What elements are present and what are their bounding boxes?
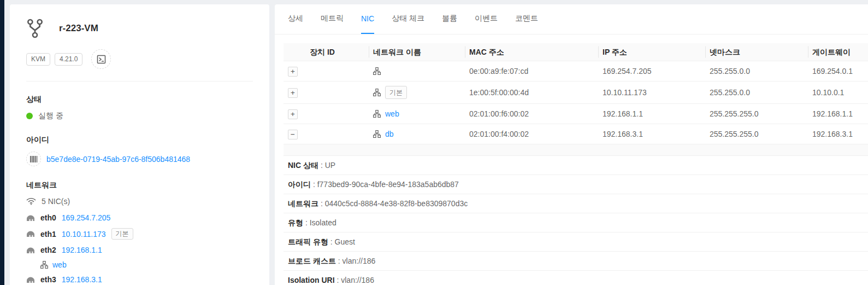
expanded-row-spacer <box>284 144 868 156</box>
wifi-icon <box>26 197 36 205</box>
nic-name: eth2 <box>40 246 56 254</box>
console-button[interactable] <box>91 49 111 69</box>
nic-name: eth0 <box>40 213 56 222</box>
cell-device-id <box>305 61 369 82</box>
detail-item: NIC 상태 : UP <box>284 156 868 175</box>
tab-nic[interactable]: NIC <box>361 4 374 34</box>
ethernet-port-icon <box>26 247 35 254</box>
ethernet-port-icon <box>26 230 35 237</box>
vm-header: r-223-VM <box>26 19 253 38</box>
nic-table-row: + 기본 1e:00:5f:00:00:4d 10.10.11.173 255.… <box>284 82 868 104</box>
network-section: 네트워크 5 NIC(s) eth0 169.254.7.205 <box>26 181 253 285</box>
nic-table-row: + web 02:01:00:f6:00:02 192.168.1.1 255.… <box>284 104 868 124</box>
nic-table-row: + 0e:00:a9:fe:07:cd 169.254.7.205 255.25… <box>284 61 868 82</box>
divider <box>26 81 253 82</box>
expand-row-button[interactable]: + <box>288 109 298 119</box>
expand-row-button[interactable]: + <box>288 67 298 77</box>
cell-gateway: 192.168.3.1 <box>808 124 868 144</box>
nic-table-row: − db 02:01:00:f4:00:02 192.168.3.1 255.2… <box>284 124 868 144</box>
terminal-code-icon <box>97 55 106 64</box>
col-mac: MAC 주소 <box>465 43 598 61</box>
cell-netmask: 255.255.0.0 <box>705 82 808 104</box>
network-label: 네트워크 <box>26 181 253 190</box>
apartment-tree-icon <box>40 261 48 269</box>
detail-item: 브로드 캐스트 : vlan://186 <box>284 252 868 271</box>
cell-netmask: 255.255.255.0 <box>705 124 808 144</box>
col-network-name: 네트워크 이름 <box>369 43 465 61</box>
nic-name: eth3 <box>40 275 56 284</box>
cell-mac: 02:01:00:f4:00:02 <box>465 124 598 144</box>
nic-ip-link[interactable]: 10.10.11.173 <box>62 230 106 239</box>
ethernet-port-icon <box>26 276 35 283</box>
nic-list: eth0 169.254.7.205 eth1 10.10.11.173 기본 … <box>26 213 253 285</box>
ethernet-port-icon <box>26 214 35 222</box>
col-device-id: 장치 ID <box>305 43 369 61</box>
hypervisor-tag: KVM <box>26 53 50 66</box>
version-tag: 4.21.0 <box>55 53 82 66</box>
cell-mac: 1e:00:5f:00:00:4d <box>465 82 598 104</box>
col-expand <box>284 43 305 61</box>
tab-comments[interactable]: 코멘트 <box>515 4 538 34</box>
nic-list-item: eth1 10.10.11.173 기본 <box>26 228 253 240</box>
vm-detail-card: 상세 메트릭 NIC 상태 체크 볼륨 이벤트 코멘트 장치 ID 네트워크 이… <box>275 4 868 285</box>
nic-count: 5 NIC(s) <box>42 197 70 206</box>
expand-row-button[interactable]: + <box>288 88 298 98</box>
network-name-link[interactable]: web <box>385 108 399 119</box>
status-running-dot <box>26 113 33 119</box>
col-netmask: 넷마스크 <box>705 43 808 61</box>
vm-title: r-223-VM <box>59 23 98 34</box>
network-name-link[interactable]: db <box>385 129 394 139</box>
nic-list-item: eth2 192.168.1.1 <box>26 246 253 254</box>
cell-ip: 10.10.11.173 <box>598 82 705 104</box>
table-header-row: 장치 ID 네트워크 이름 MAC 주소 IP 주소 넷마스크 게이트웨이 <box>284 43 868 61</box>
cell-ip: 192.168.1.1 <box>598 104 705 124</box>
tab-metrics[interactable]: 메트릭 <box>321 4 344 34</box>
cell-device-id <box>305 104 369 124</box>
virtual-router-fork-icon <box>26 19 44 38</box>
apartment-tree-icon <box>373 130 381 138</box>
detail-item: 유형 : Isolated <box>284 213 868 232</box>
cell-ip: 169.254.7.205 <box>598 61 705 82</box>
apartment-tree-icon <box>373 67 381 75</box>
vm-uuid-link[interactable]: b5e7de8e-0719-45ab-97c6-8f506b481468 <box>46 155 190 164</box>
network-name-link[interactable]: web <box>52 260 67 269</box>
tab-events[interactable]: 이벤트 <box>475 4 498 34</box>
cell-gateway: 169.254.0.1 <box>808 61 868 82</box>
default-nic-badge: 기본 <box>111 228 133 240</box>
status-section: 상태 실행 중 <box>26 95 253 121</box>
nic-ip-link[interactable]: 192.168.1.1 <box>62 246 102 254</box>
tab-volumes[interactable]: 볼륨 <box>442 4 457 34</box>
cell-device-id <box>305 124 369 144</box>
collapse-row-button[interactable]: − <box>288 130 298 139</box>
cell-mac: 0e:00:a9:fe:07:cd <box>465 61 598 82</box>
id-section: 아이디 b5e7de8e-0719-45ab-97c6-8f506b481468 <box>26 135 253 166</box>
apartment-tree-icon <box>373 110 381 118</box>
nic-ip-link[interactable]: 169.254.7.205 <box>62 213 111 222</box>
nic-table: 장치 ID 네트워크 이름 MAC 주소 IP 주소 넷마스크 게이트웨이 + <box>284 43 868 144</box>
barcode-icon <box>26 152 41 166</box>
tab-health-check[interactable]: 상태 체크 <box>392 4 424 34</box>
col-ip: IP 주소 <box>598 43 705 61</box>
default-nic-badge: 기본 <box>385 86 407 99</box>
vm-badges: KVM 4.21.0 <box>26 49 253 69</box>
detail-item: 네트워크 : 0440c5cd-8884-4e38-82f8-be8309870… <box>284 194 868 213</box>
detail-item: Isolation URI : vlan://186 <box>284 271 868 285</box>
id-label: 아이디 <box>26 135 253 145</box>
cell-ip: 192.168.3.1 <box>598 124 705 144</box>
cell-device-id <box>305 82 369 104</box>
nic-ip-link[interactable]: 192.168.3.1 <box>62 275 102 284</box>
nic-list-item: eth0 169.254.7.205 <box>26 213 253 222</box>
cell-netmask: 255.255.0.0 <box>705 61 808 82</box>
detail-tabs: 상세 메트릭 NIC 상태 체크 볼륨 이벤트 코멘트 <box>275 4 868 34</box>
sidebar-edge <box>0 0 4 285</box>
tab-details[interactable]: 상세 <box>288 4 303 34</box>
cell-gateway: 192.168.1.1 <box>808 104 868 124</box>
cell-mac: 02:01:00:f6:00:02 <box>465 104 598 124</box>
nic-name: eth1 <box>40 230 56 239</box>
vm-info-card: r-223-VM KVM 4.21.0 상태 실행 중 아이디 <box>10 4 269 285</box>
apartment-tree-icon <box>373 89 381 96</box>
status-label: 상태 <box>26 95 253 104</box>
status-value: 실행 중 <box>38 111 63 121</box>
nic-network-subitem: web <box>40 260 253 269</box>
nic-table-container: 장치 ID 네트워크 이름 MAC 주소 IP 주소 넷마스크 게이트웨이 + <box>275 34 868 144</box>
